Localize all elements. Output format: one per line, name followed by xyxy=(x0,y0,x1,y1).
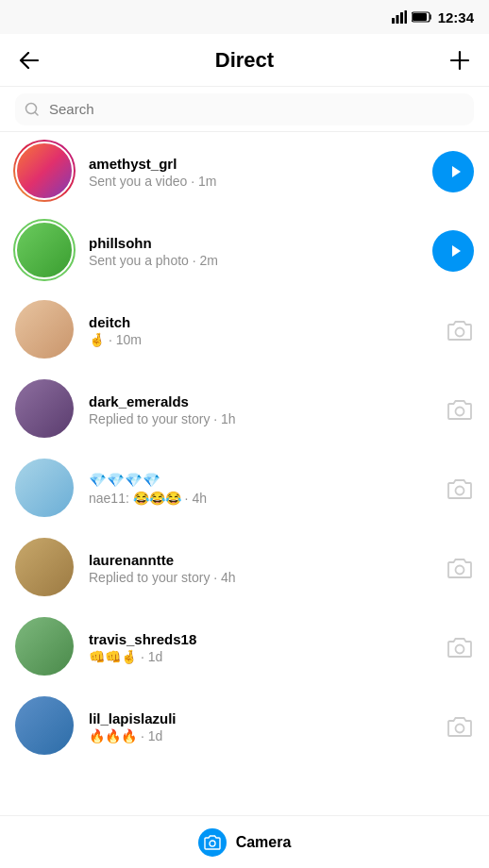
camera-icon-grey xyxy=(446,475,474,503)
message-username: travis_shreds18 xyxy=(89,631,434,647)
message-preview: Sent you a video · 1m xyxy=(89,174,421,189)
message-content: amethyst_grlSent you a video · 1m xyxy=(89,156,421,189)
avatar-wrap-lil_lapislazuli xyxy=(15,696,76,757)
action-icon[interactable] xyxy=(446,475,474,503)
svg-marker-8 xyxy=(452,245,461,257)
svg-rect-1 xyxy=(396,15,398,24)
camera-icon-grey xyxy=(446,712,474,741)
camera-icon-grey xyxy=(446,395,474,424)
list-item[interactable]: laurenanntteReplied to your story · 4h xyxy=(0,528,489,608)
svg-point-10 xyxy=(456,408,464,416)
message-content: lil_lapislazuli🔥🔥🔥 · 1d xyxy=(89,710,434,743)
message-content: laurenanntteReplied to your story · 4h xyxy=(89,552,434,585)
action-icon[interactable] xyxy=(432,151,474,192)
svg-rect-0 xyxy=(392,18,395,24)
avatar-wrap-phillsohn xyxy=(15,221,76,281)
svg-rect-3 xyxy=(404,10,407,24)
message-content: deitch🤞 · 10m xyxy=(89,314,434,347)
camera-icon xyxy=(204,835,221,850)
camera-icon-grey xyxy=(446,633,474,661)
svg-point-11 xyxy=(456,487,464,495)
camera-label: Camera xyxy=(236,834,292,851)
action-icon[interactable] xyxy=(446,395,474,424)
page-title: Direct xyxy=(215,48,274,73)
message-content: dark_emeraldsReplied to your story · 1h xyxy=(89,393,434,426)
message-username: dark_emeralds xyxy=(89,393,434,409)
message-username: laurenanntte xyxy=(89,552,434,568)
message-content: phillsohnSent you a photo · 2m xyxy=(89,235,421,268)
message-list: amethyst_grlSent you a video · 1m phills… xyxy=(0,132,489,815)
avatar-wrap-travis_shreds18 xyxy=(15,617,76,677)
svg-rect-5 xyxy=(413,13,427,21)
message-username: deitch xyxy=(89,314,434,330)
action-icon[interactable] xyxy=(432,230,474,272)
list-item[interactable]: dark_emeraldsReplied to your story · 1h xyxy=(0,370,489,449)
message-preview: 👊👊🤞 · 1d xyxy=(89,649,434,664)
header: Direct xyxy=(0,34,489,87)
search-input-wrap xyxy=(15,93,474,125)
status-bar: 12:34 xyxy=(0,0,489,34)
bottom-bar[interactable]: Camera xyxy=(0,815,489,868)
action-icon[interactable] xyxy=(446,316,474,344)
list-item[interactable]: lil_lapislazuli🔥🔥🔥 · 1d xyxy=(0,687,489,766)
back-button[interactable] xyxy=(15,48,43,73)
message-username: amethyst_grl xyxy=(89,156,421,172)
svg-point-12 xyxy=(456,566,464,575)
add-button[interactable] xyxy=(446,46,474,75)
camera-icon-grey xyxy=(446,316,474,344)
message-username: phillsohn xyxy=(89,235,421,251)
status-time: 12:34 xyxy=(438,9,474,25)
search-icon xyxy=(25,102,40,117)
play-button[interactable] xyxy=(432,151,474,192)
message-preview: nae11: 😂😂😂 · 4h xyxy=(89,491,434,506)
list-item[interactable]: phillsohnSent you a photo · 2m xyxy=(0,211,489,291)
svg-point-13 xyxy=(456,645,464,654)
action-icon[interactable] xyxy=(446,633,474,661)
action-icon[interactable] xyxy=(446,712,474,741)
status-icons xyxy=(392,10,432,24)
svg-point-14 xyxy=(456,725,464,733)
message-preview: 🔥🔥🔥 · 1d xyxy=(89,728,434,743)
list-item[interactable]: 💎💎💎💎nae11: 😂😂😂 · 4h xyxy=(0,449,489,528)
signal-icon xyxy=(392,10,407,24)
list-item[interactable]: travis_shreds18👊👊🤞 · 1d xyxy=(0,608,489,687)
list-item[interactable]: amethyst_grlSent you a video · 1m xyxy=(0,132,489,211)
search-bar xyxy=(0,87,489,132)
battery-icon xyxy=(412,11,432,23)
avatar-wrap-nae11 xyxy=(15,459,76,519)
message-content: 💎💎💎💎nae11: 😂😂😂 · 4h xyxy=(89,472,434,506)
camera-button-icon xyxy=(198,828,227,857)
action-icon[interactable] xyxy=(446,554,474,582)
message-username: lil_lapislazuli xyxy=(89,710,434,726)
svg-rect-2 xyxy=(400,12,403,24)
play-button[interactable] xyxy=(432,230,474,272)
avatar-wrap-laurenanntte xyxy=(15,538,76,598)
message-username: 💎💎💎💎 xyxy=(89,472,434,489)
svg-point-15 xyxy=(210,841,215,846)
message-content: travis_shreds18👊👊🤞 · 1d xyxy=(89,631,434,664)
list-item[interactable]: deitch🤞 · 10m xyxy=(0,291,489,370)
svg-marker-7 xyxy=(452,166,461,177)
avatar-wrap-amethyst_grl xyxy=(15,142,76,202)
svg-point-9 xyxy=(456,328,464,337)
search-input[interactable] xyxy=(15,93,474,125)
avatar-wrap-deitch xyxy=(15,300,76,360)
message-preview: Replied to your story · 1h xyxy=(89,411,434,426)
camera-icon-grey xyxy=(446,554,474,582)
message-preview: Sent you a photo · 2m xyxy=(89,253,421,268)
avatar-wrap-dark_emeralds xyxy=(15,379,76,440)
message-preview: Replied to your story · 4h xyxy=(89,570,434,585)
message-preview: 🤞 · 10m xyxy=(89,332,434,347)
